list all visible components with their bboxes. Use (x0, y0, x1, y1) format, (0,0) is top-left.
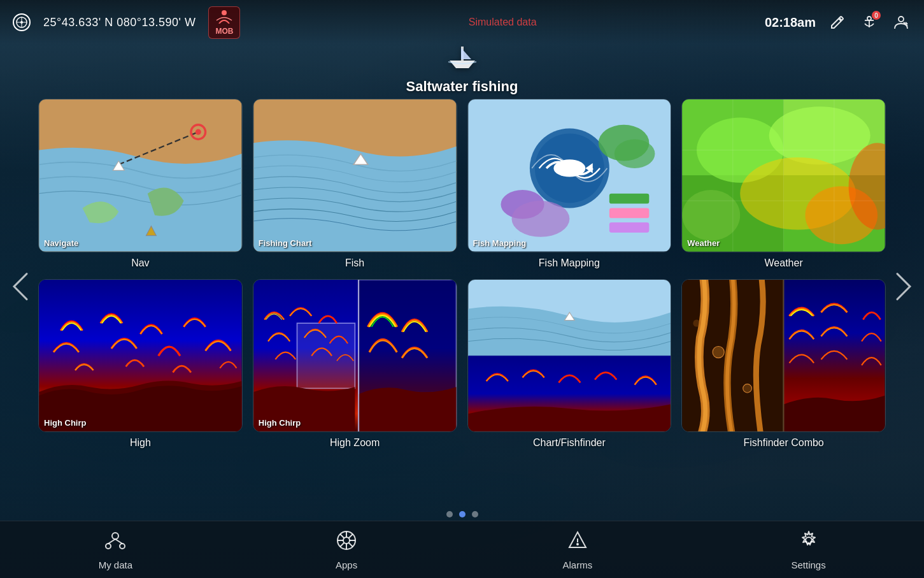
svg-point-70 (693, 319, 700, 326)
high-zoom-card-label: High Chirp (259, 418, 301, 428)
topbar-right: 02:18am 0 (765, 12, 911, 33)
svg-point-89 (577, 544, 578, 545)
app-thumb-high-zoom: High Chirp (253, 279, 457, 433)
bottom-nav: My data Apps (0, 521, 924, 578)
page-dots (0, 511, 924, 517)
waypoint-count: 0 (872, 11, 881, 20)
coordinates-display: 25°43.633' N 080°13.590' W (43, 16, 195, 29)
svg-point-46 (769, 106, 871, 164)
my-data-icon (104, 530, 126, 556)
nav-item-my-data[interactable]: My data (52, 524, 179, 575)
svg-rect-37 (609, 194, 648, 204)
fish-card-label: Fishing Chart (259, 238, 312, 248)
svg-point-14 (222, 10, 227, 15)
topbar: 25°43.633' N 080°13.590' W MOB Simulated… (0, 0, 924, 45)
settings-label: Settings (792, 560, 826, 570)
nav-item-apps[interactable]: Apps (283, 524, 410, 575)
app-item-nav[interactable]: Navigate Nav (38, 99, 243, 269)
page-title-section: Saltwater fishing (0, 41, 924, 95)
apps-label: Apps (336, 560, 357, 570)
user-icon[interactable] (891, 12, 911, 33)
my-data-label: My data (99, 560, 132, 570)
app-thumb-chart-fishfinder (467, 279, 672, 433)
app-label-fish-mapping: Fish Mapping (539, 257, 600, 269)
topbar-left: 25°43.633' N 080°13.590' W MOB (13, 6, 240, 39)
app-grid: Navigate Nav Fishing Chart Fish (38, 99, 886, 449)
app-thumb-fish: Fishing Chart (253, 99, 457, 252)
svg-point-73 (112, 533, 118, 539)
app-item-weather[interactable]: Weather Weather (681, 99, 886, 269)
page-title: Saltwater fishing (406, 78, 518, 95)
nav-item-settings[interactable]: Settings (745, 524, 872, 575)
mapping-card-label: Fish Mapping (473, 238, 527, 248)
svg-point-24 (195, 129, 201, 135)
svg-point-74 (106, 544, 111, 549)
svg-line-85 (349, 542, 353, 547)
weather-card-label: Weather (687, 238, 720, 248)
app-label-nav: Nav (131, 257, 149, 269)
time-display: 02:18am (765, 15, 816, 30)
svg-point-50 (683, 190, 741, 241)
page-dot-3[interactable] (472, 511, 478, 517)
app-item-fish[interactable]: Fishing Chart Fish (253, 99, 457, 269)
app-label-chart-fishfinder: Chart/Fishfinder (533, 437, 606, 449)
nav-arrow-right[interactable] (890, 272, 918, 300)
app-thumb-fish-mapping: Fish Mapping (467, 99, 672, 252)
svg-line-76 (108, 539, 115, 544)
svg-line-87 (340, 542, 345, 547)
app-label-weather: Weather (765, 257, 803, 269)
app-item-fishfinder-combo[interactable]: Fishfinder Combo (681, 279, 886, 449)
high-card-label: High Chirp (44, 418, 86, 428)
simulated-data-label: Simulated data (469, 17, 537, 28)
svg-point-34 (614, 139, 655, 168)
boat-icon (443, 41, 481, 76)
app-item-chart-fishfinder[interactable]: Chart/Fishfinder (467, 279, 672, 449)
app-thumb-high: High Chirp (38, 279, 243, 433)
nav-item-alarms[interactable]: Alarms (514, 524, 641, 575)
app-thumb-fishfinder-combo (681, 279, 886, 433)
app-label-high: High (130, 437, 151, 449)
svg-rect-39 (609, 222, 648, 233)
app-item-high[interactable]: High Chirp High (38, 279, 243, 449)
svg-line-84 (340, 534, 345, 538)
svg-point-68 (713, 346, 724, 358)
svg-rect-61 (297, 323, 355, 388)
page-dot-2[interactable] (459, 511, 466, 517)
svg-rect-38 (609, 208, 648, 218)
svg-point-32 (553, 159, 585, 177)
page-dot-1[interactable] (446, 511, 453, 517)
pen-icon[interactable] (827, 12, 848, 33)
alarms-icon (567, 530, 588, 556)
svg-point-18 (899, 17, 904, 22)
svg-line-77 (115, 539, 122, 544)
app-label-fish: Fish (345, 257, 364, 269)
svg-point-13 (20, 21, 23, 24)
app-thumb-weather: Weather (681, 99, 886, 252)
alarms-label: Alarms (563, 560, 593, 570)
app-label-fishfinder-combo: Fishfinder Combo (743, 437, 823, 449)
svg-point-69 (743, 384, 752, 393)
nav-card-label: Navigate (44, 238, 78, 248)
settings-icon (798, 530, 820, 556)
svg-line-86 (349, 534, 353, 538)
app-thumb-nav: Navigate (38, 99, 243, 252)
svg-point-75 (120, 544, 125, 549)
app-label-high-zoom: High Zoom (330, 437, 380, 449)
mob-label: MOB (215, 27, 233, 36)
nav-arrow-left[interactable] (6, 272, 34, 300)
app-item-fish-mapping[interactable]: Fish Mapping Fish Mapping (467, 99, 672, 269)
app-item-high-zoom[interactable]: High Chirp High Zoom (253, 279, 457, 449)
svg-point-36 (511, 201, 569, 237)
anchor-waypoint-icon[interactable]: 0 (859, 12, 879, 33)
apps-icon (336, 530, 357, 556)
mob-button[interactable]: MOB (208, 6, 240, 39)
mob-icon (215, 10, 233, 27)
gps-icon (13, 13, 31, 31)
